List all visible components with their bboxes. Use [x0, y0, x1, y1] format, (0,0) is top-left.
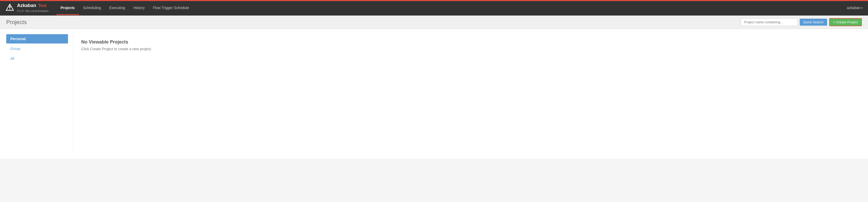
topbar: Azkaban Test 0.1.0- My Local Azkaban Pro…: [0, 0, 868, 16]
sidebar: Personal Group All: [6, 34, 73, 153]
logo-version-line: 0.1.0- My Local Azkaban: [17, 8, 49, 13]
page-title: Projects: [6, 19, 27, 26]
user-menu[interactable]: azkaban ▾: [847, 6, 863, 10]
header-actions: Quick Search + Create Project: [741, 18, 862, 26]
nav-executing[interactable]: Executing: [105, 1, 129, 15]
user-dropdown-arrow: ▾: [862, 6, 863, 9]
logo-version: 0.1.0-: [17, 9, 24, 12]
logo-subtitle: My Local Azkaban: [26, 9, 49, 12]
nav-links: Projects Scheduling Executing History Fl…: [56, 1, 847, 15]
sidebar-item-personal[interactable]: Personal: [6, 34, 68, 44]
create-project-button[interactable]: + Create Project: [829, 18, 862, 26]
search-input[interactable]: [741, 19, 798, 26]
logo-env: Test: [38, 3, 46, 8]
quick-search-button[interactable]: Quick Search: [800, 19, 827, 26]
sidebar-item-group[interactable]: Group: [6, 44, 68, 53]
nav-scheduling[interactable]: Scheduling: [79, 1, 105, 15]
logo-title: Azkaban Test: [17, 3, 49, 8]
user-name: azkaban: [847, 6, 861, 10]
logo-text-area: Azkaban Test 0.1.0- My Local Azkaban: [17, 3, 49, 13]
nav-projects[interactable]: Projects: [56, 1, 79, 15]
sidebar-item-all[interactable]: All: [6, 54, 68, 63]
nav-history[interactable]: History: [129, 1, 149, 15]
logo-name: Azkaban: [17, 3, 36, 8]
no-projects-desc: Click Create Project to create a new pro…: [81, 47, 854, 51]
no-projects-title: No Viewable Projects: [81, 39, 854, 45]
page-header: Projects Quick Search + Create Project: [0, 16, 868, 29]
svg-point-3: [9, 6, 10, 8]
nav-flow-trigger-schedule[interactable]: Flow Trigger Schedule: [149, 1, 193, 15]
main-content: Personal Group All No Viewable Projects …: [0, 29, 868, 158]
logo-area: Azkaban Test 0.1.0- My Local Azkaban: [5, 3, 49, 13]
content-area: No Viewable Projects Click Create Projec…: [73, 34, 862, 153]
azkaban-logo-icon: [5, 3, 14, 12]
